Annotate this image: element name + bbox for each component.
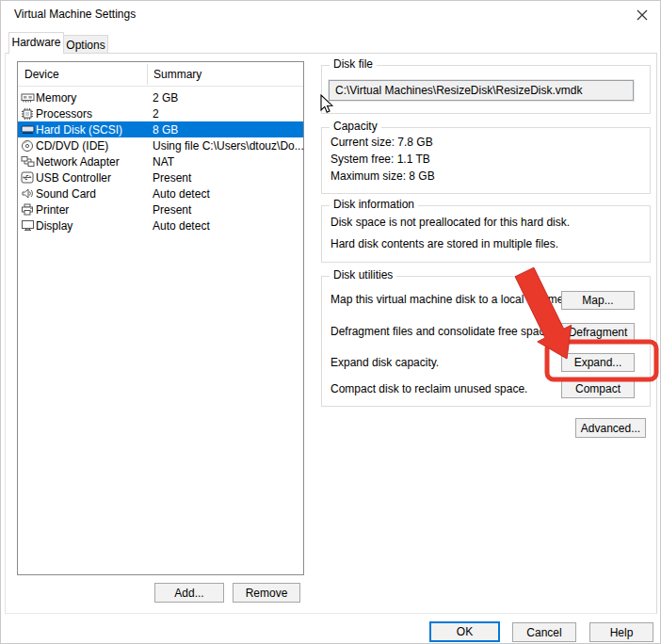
- tab-options[interactable]: Options: [64, 35, 108, 54]
- tab-hardware[interactable]: Hardware: [8, 32, 64, 54]
- device-summary: Using file C:\Users\dtouz\Do...: [153, 139, 304, 153]
- device-summary: 8 GB: [153, 123, 178, 137]
- device-summary: Present: [153, 203, 191, 217]
- column-separator[interactable]: [147, 64, 148, 85]
- capacity-group-label: Capacity: [330, 120, 381, 133]
- device-summary: 2: [153, 107, 159, 121]
- cd-icon: [20, 139, 35, 153]
- disk-utilities-group-label: Disk utilities: [330, 268, 396, 282]
- maximum-size-text: Maximum size: 8 GB: [330, 169, 435, 183]
- titlebar: Virtual Machine Settings: [1, 1, 660, 29]
- device-name: Memory: [36, 91, 76, 105]
- device-name: Sound Card: [36, 187, 96, 201]
- memory-icon: [20, 91, 35, 105]
- defragment-button[interactable]: Defragment: [561, 323, 635, 342]
- list-item-display[interactable]: Display Auto detect: [18, 217, 303, 233]
- close-button[interactable]: [632, 6, 653, 24]
- device-summary: NAT: [153, 155, 174, 169]
- expand-description: Expand disk capacity.: [330, 356, 439, 369]
- defragment-description: Defragment files and consolidate free sp…: [330, 325, 554, 338]
- list-item-sound-card[interactable]: Sound Card Auto detect: [18, 185, 303, 201]
- add-button[interactable]: Add...: [154, 583, 224, 603]
- cancel-button[interactable]: Cancel: [512, 622, 576, 642]
- processor-icon: [20, 107, 35, 121]
- current-size-text: Current size: 7.8 GB: [330, 136, 433, 149]
- device-name: Processors: [36, 107, 92, 121]
- device-name: Printer: [36, 203, 69, 217]
- list-item-network-adapter[interactable]: Network Adapter NAT: [18, 153, 303, 169]
- help-button[interactable]: Help: [589, 622, 653, 642]
- disk-info-line-2: Hard disk contents are stored in multipl…: [330, 237, 558, 250]
- map-description: Map this virtual machine disk to a local…: [330, 293, 563, 306]
- list-item-processors[interactable]: Processors 2: [18, 105, 303, 121]
- advanced-button[interactable]: Advanced...: [575, 418, 646, 438]
- device-name: USB Controller: [36, 171, 111, 185]
- virtual-machine-settings-dialog: Virtual Machine Settings Hardware Option…: [0, 0, 661, 644]
- list-item-printer[interactable]: Printer Present: [18, 201, 303, 217]
- close-icon: [637, 9, 648, 21]
- list-item-cd-dvd[interactable]: CD/DVD (IDE) Using file C:\Users\dtouz\D…: [18, 137, 303, 153]
- usb-icon: [20, 171, 35, 185]
- disk-information-group-label: Disk information: [330, 198, 418, 211]
- device-summary: Present: [153, 171, 191, 185]
- printer-icon: [20, 203, 35, 217]
- column-header-summary: Summary: [153, 68, 202, 81]
- disk-file-path-field[interactable]: C:\Virtual Machines\ResizeDisk\ResizeDis…: [329, 80, 634, 101]
- disk-information-group: Disk information: [321, 205, 651, 263]
- device-list[interactable]: Device Summary Memory 2 GB Processors 2: [17, 61, 304, 575]
- system-free-text: System free: 1.1 TB: [330, 153, 430, 166]
- device-name: Hard Disk (SCSI): [36, 123, 122, 137]
- device-summary: 2 GB: [153, 91, 178, 105]
- device-name: Network Adapter: [36, 155, 120, 169]
- compact-description: Compact disk to reclaim unused space.: [330, 382, 527, 395]
- ok-button[interactable]: OK: [429, 621, 500, 642]
- list-item-memory[interactable]: Memory 2 GB: [18, 89, 303, 105]
- device-name: Display: [36, 219, 73, 233]
- disk-info-line-1: Disk space is not preallocated for this …: [330, 216, 570, 229]
- list-item-hard-disk[interactable]: Hard Disk (SCSI) 8 GB: [18, 121, 303, 137]
- network-icon: [20, 155, 35, 169]
- device-name: CD/DVD (IDE): [36, 139, 108, 153]
- display-icon: [20, 219, 35, 233]
- sound-icon: [20, 187, 35, 201]
- hard-disk-icon: [20, 123, 35, 137]
- remove-button[interactable]: Remove: [233, 583, 300, 603]
- map-button[interactable]: Map...: [561, 291, 635, 310]
- expand-button[interactable]: Expand...: [561, 353, 635, 372]
- disk-file-group-label: Disk file: [330, 57, 377, 71]
- window-title: Virtual Machine Settings: [14, 8, 136, 21]
- column-header-device: Device: [24, 68, 59, 81]
- compact-button[interactable]: Compact: [561, 379, 635, 398]
- device-list-header: Device Summary: [18, 62, 303, 87]
- list-item-usb-controller[interactable]: USB Controller Present: [18, 169, 303, 185]
- device-summary: Auto detect: [153, 187, 210, 201]
- device-rows: Memory 2 GB Processors 2 Hard Disk (SCSI…: [18, 89, 303, 233]
- device-summary: Auto detect: [153, 219, 210, 233]
